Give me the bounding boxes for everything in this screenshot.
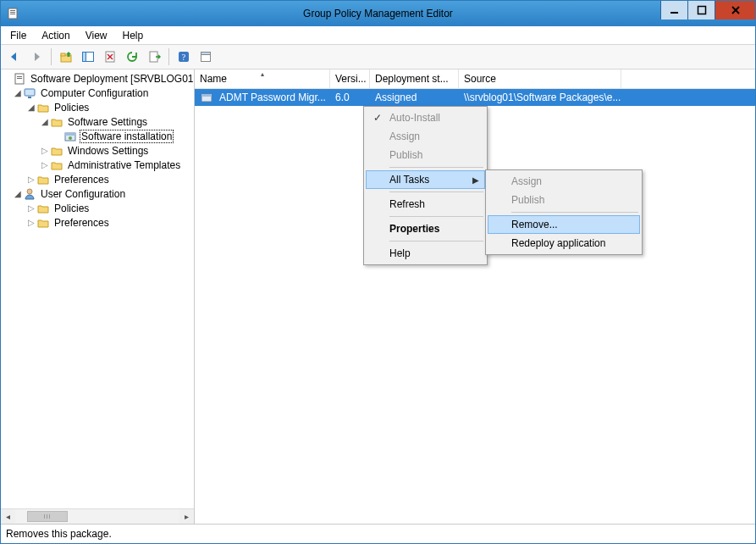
document-icon xyxy=(13,72,26,86)
tree-software-settings[interactable]: ◢ Software Settings xyxy=(1,114,194,129)
tree-pane: ▸ Software Deployment [SRVBLOG01.T ◢ Com… xyxy=(1,69,195,524)
submenu-publish: Publish xyxy=(488,191,640,209)
column-label: Versi... xyxy=(335,73,367,85)
svg-rect-20 xyxy=(28,97,31,98)
collapse-icon[interactable]: ◢ xyxy=(40,117,50,127)
menu-publish: Publish xyxy=(366,146,485,164)
svg-point-24 xyxy=(27,189,32,194)
column-label: Deployment st... xyxy=(375,73,449,85)
folder-icon xyxy=(36,216,50,230)
menu-help[interactable]: Help xyxy=(366,244,485,263)
tree-label: Administrative Templates xyxy=(66,159,182,171)
menu-separator xyxy=(389,167,483,168)
tree-label: Software installation xyxy=(80,130,174,143)
svg-point-23 xyxy=(69,136,72,140)
expand-icon[interactable]: ▷ xyxy=(40,146,50,156)
menu-item-label: Publish xyxy=(511,194,544,206)
expand-icon[interactable]: ▷ xyxy=(26,218,36,228)
menu-item-label: Assign xyxy=(389,130,420,142)
collapse-icon[interactable]: ◢ xyxy=(26,103,36,113)
horizontal-scrollbar[interactable]: ◂ lll ▸ xyxy=(1,508,194,524)
tree-label: Preferences xyxy=(52,217,111,229)
column-label: Source xyxy=(464,73,496,85)
expand-icon[interactable]: ▷ xyxy=(26,203,36,214)
cell-name: ADMT Password Migr... xyxy=(219,92,326,103)
svg-rect-22 xyxy=(65,133,75,136)
tree-label: Software Settings xyxy=(66,116,149,128)
svg-rect-9 xyxy=(83,53,86,62)
export-list-button[interactable] xyxy=(144,47,164,67)
menu-all-tasks[interactable]: All Tasks ▶ xyxy=(366,170,485,189)
tree-administrative-templates[interactable]: ▷ Administrative Templates xyxy=(1,158,194,172)
column-name[interactable]: Name ▴ xyxy=(195,69,330,88)
scroll-left-button[interactable]: ◂ xyxy=(1,509,15,524)
tree-label: User Configuration xyxy=(39,188,127,200)
menu-item-label: Properties xyxy=(389,223,439,235)
column-deployment-state[interactable]: Deployment st... xyxy=(370,69,459,88)
tree-preferences-user[interactable]: ▷ Preferences xyxy=(1,215,194,230)
menu-item-label: Assign xyxy=(511,175,542,187)
scroll-thumb[interactable]: lll xyxy=(27,511,68,522)
menu-view[interactable]: View xyxy=(78,28,115,43)
forward-button[interactable] xyxy=(26,47,47,67)
tree-user-configuration[interactable]: ◢ User Configuration xyxy=(1,186,194,201)
menu-file[interactable]: File xyxy=(3,28,34,43)
collapse-icon[interactable]: ◢ xyxy=(13,189,23,199)
submenu-remove[interactable]: Remove... xyxy=(488,215,640,234)
package-icon xyxy=(200,91,213,104)
tree-view[interactable]: ▸ Software Deployment [SRVBLOG01.T ◢ Com… xyxy=(1,69,194,508)
submenu-redeploy[interactable]: Redeploy application xyxy=(488,234,640,253)
tree-computer-configuration[interactable]: ◢ Computer Configuration xyxy=(1,86,194,100)
folder-icon xyxy=(50,158,63,172)
folder-icon xyxy=(36,173,50,186)
svg-rect-7 xyxy=(61,53,65,56)
tree-preferences-computer[interactable]: ▷ Preferences xyxy=(1,172,194,186)
up-button[interactable] xyxy=(56,47,76,67)
tree-label: Policies xyxy=(52,102,91,114)
minimize-button[interactable] xyxy=(660,1,687,19)
menu-item-label: Help xyxy=(389,247,411,259)
show-hide-tree-button[interactable] xyxy=(78,47,98,67)
menu-action[interactable]: Action xyxy=(34,28,77,43)
tree-software-installation[interactable]: ▸ Software installation xyxy=(1,129,194,143)
folder-icon xyxy=(50,144,63,158)
scroll-right-button[interactable]: ▸ xyxy=(179,509,194,524)
window-title: Group Policy Management Editor xyxy=(1,8,755,19)
menu-help[interactable]: Help xyxy=(115,28,152,43)
collapse-icon[interactable]: ◢ xyxy=(13,88,23,98)
column-source[interactable]: Source xyxy=(459,69,621,88)
help-button[interactable]: ? xyxy=(174,47,194,67)
column-version[interactable]: Versi... xyxy=(330,69,370,88)
menu-item-label: All Tasks xyxy=(389,174,429,186)
menu-properties[interactable]: Properties xyxy=(366,219,485,238)
svg-rect-4 xyxy=(670,12,678,14)
user-icon xyxy=(23,187,36,201)
menu-refresh[interactable]: Refresh xyxy=(366,195,485,214)
menu-item-label: Remove... xyxy=(511,219,558,230)
expand-icon[interactable]: ▷ xyxy=(40,160,50,170)
tree-root[interactable]: ▸ Software Deployment [SRVBLOG01.T xyxy=(1,71,194,86)
refresh-button[interactable] xyxy=(122,47,142,67)
svg-rect-18 xyxy=(17,78,22,79)
menu-separator xyxy=(389,216,483,217)
delete-button[interactable] xyxy=(100,47,120,67)
scroll-track[interactable]: lll xyxy=(15,509,179,524)
close-button[interactable] xyxy=(715,1,755,19)
status-text: Removes this package. xyxy=(6,528,112,540)
maximize-button[interactable] xyxy=(687,1,715,19)
cell-version: 6.0 xyxy=(335,92,350,103)
back-button[interactable] xyxy=(4,47,25,67)
tree-policies-user[interactable]: ▷ Policies xyxy=(1,201,194,215)
svg-rect-1 xyxy=(10,10,15,11)
expand-icon[interactable]: ▷ xyxy=(26,175,36,185)
titlebar[interactable]: Group Policy Management Editor xyxy=(1,1,755,26)
statusbar: Removes this package. xyxy=(1,524,755,543)
tree-windows-settings[interactable]: ▷ Windows Settings xyxy=(1,143,194,158)
cell-deployment: Assigned xyxy=(375,92,417,103)
properties-button[interactable] xyxy=(196,47,216,67)
cell-source: \\srvblog01\Software Packages\e... xyxy=(464,92,621,103)
tree-policies-computer[interactable]: ◢ Policies xyxy=(1,100,194,114)
list-row[interactable]: ADMT Password Migr... 6.0 Assigned \\srv… xyxy=(195,89,755,106)
tree-label: Preferences xyxy=(52,174,111,186)
submenu-arrow-icon: ▶ xyxy=(472,175,479,185)
